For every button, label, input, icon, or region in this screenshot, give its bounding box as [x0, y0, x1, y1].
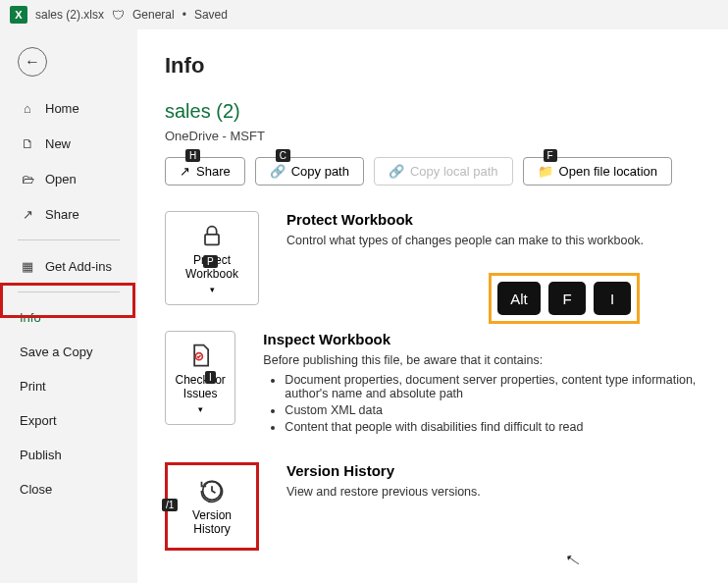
inspect-section: I Check for Issues ▾ Inspect Workbook Be…	[165, 331, 701, 437]
document-check-icon	[186, 342, 214, 369]
nav-new[interactable]: 🗋 New	[0, 126, 137, 161]
protect-workbook-button[interactable]: P Protect Workbook ▾	[165, 211, 259, 305]
section-desc: Control what types of changes people can…	[286, 234, 644, 247]
file-name: sales (2).xlsx	[35, 8, 104, 22]
link-icon: 🔗	[389, 164, 404, 179]
list-item: Document properties, document server pro…	[285, 373, 701, 400]
btn-label: Check for Issues	[172, 373, 229, 400]
new-icon: 🗋	[20, 135, 35, 151]
action-row: H ↗ Share C 🔗 Copy path 🔗 Copy local pat…	[165, 157, 701, 186]
section-desc: View and restore previous versions.	[286, 485, 481, 499]
nav-close[interactable]: Close	[0, 472, 137, 506]
btn-label: Version History	[174, 508, 250, 536]
nav-export[interactable]: Export	[0, 403, 137, 438]
nav-label: Save a Copy	[20, 344, 92, 359]
sidebar: ← ⌂ Home 🗋 New 🗁 Open ↗ Share ▦ Get Add-…	[0, 29, 137, 583]
nav-separator	[18, 239, 120, 240]
nav-label: Open	[45, 172, 77, 186]
key-f: F	[548, 282, 586, 315]
addins-icon: ▦	[20, 258, 35, 274]
save-status: Saved	[194, 8, 228, 22]
cursor-icon: ⭦	[564, 551, 583, 571]
keytip-overlay: Alt F I	[489, 273, 640, 324]
list-item: Custom XML data	[285, 403, 701, 417]
section-desc: Before publishing this file, be aware th…	[263, 353, 701, 367]
version-section: /1 Version History Version History View …	[165, 462, 701, 551]
nav-label: New	[45, 136, 71, 151]
svg-rect-0	[205, 235, 219, 245]
nav-label: Share	[45, 207, 79, 222]
nav-home[interactable]: ⌂ Home	[0, 90, 137, 126]
folder-icon: 📁	[538, 164, 553, 179]
section-heading: Version History	[286, 462, 481, 479]
document-name: sales (2)	[165, 100, 701, 123]
key-alt: Alt	[497, 282, 541, 315]
nav-share[interactable]: ↗ Share	[0, 196, 137, 232]
excel-icon: X	[10, 6, 27, 24]
inspect-list: Document properties, document server pro…	[285, 373, 701, 434]
btn-label: Open file location	[559, 164, 657, 179]
content: Info sales (2) OneDrive - MSFT H ↗ Share…	[137, 29, 728, 583]
dot: •	[182, 8, 186, 22]
list-item: Content that people with disabilities fi…	[285, 420, 701, 434]
copy-path-button[interactable]: C 🔗 Copy path	[255, 157, 364, 186]
link-icon: 🔗	[270, 164, 286, 179]
back-button[interactable]: ←	[18, 47, 47, 77]
nav-savecopy[interactable]: Save a Copy	[0, 335, 137, 369]
nav-label: Home	[45, 101, 79, 116]
highlight-version: /1 Version History	[165, 462, 259, 551]
history-icon	[198, 477, 226, 504]
protect-body: Protect Workbook Control what types of c…	[286, 211, 644, 247]
nav-label: Get Add-ins	[45, 259, 112, 274]
nav-label: Print	[20, 379, 46, 394]
open-icon: 🗁	[20, 171, 35, 186]
nav-print[interactable]: Print	[0, 369, 137, 403]
page-title: Info	[165, 53, 701, 79]
check-issues-button[interactable]: I Check for Issues ▾	[165, 331, 235, 425]
share-icon: ↗	[20, 206, 35, 222]
keytip: P	[203, 255, 218, 268]
open-file-location-button[interactable]: F 📁 Open file location	[523, 157, 672, 186]
nav-publish[interactable]: Publish	[0, 438, 137, 472]
version-history-button[interactable]: /1 Version History	[168, 465, 256, 548]
section-heading: Protect Workbook	[286, 211, 644, 228]
section-heading: Inspect Workbook	[263, 331, 701, 347]
main: ← ⌂ Home 🗋 New 🗁 Open ↗ Share ▦ Get Add-…	[0, 29, 728, 583]
key-i: I	[594, 282, 631, 315]
nav-label: Close	[20, 482, 52, 497]
nav-addins[interactable]: ▦ Get Add-ins	[0, 248, 137, 284]
inspect-body: Inspect Workbook Before publishing this …	[263, 331, 701, 437]
keytip: /1	[162, 499, 178, 511]
nav-open[interactable]: 🗁 Open	[0, 161, 137, 196]
keytip: H	[185, 149, 200, 162]
btn-label: Copy path	[291, 164, 349, 179]
lock-icon	[198, 222, 226, 249]
share-icon: ↗	[180, 164, 190, 179]
chevron-down-icon: ▾	[198, 404, 203, 414]
nav-label: Info	[20, 310, 41, 325]
copy-local-path-button: 🔗 Copy local path	[374, 157, 513, 186]
share-button[interactable]: H ↗ Share	[165, 157, 245, 186]
btn-label: Share	[196, 164, 231, 179]
version-body: Version History View and restore previou…	[286, 462, 481, 499]
sensitivity-label: General	[132, 8, 175, 22]
nav-info[interactable]: Info	[0, 300, 137, 335]
shield-icon: 🛡	[112, 8, 125, 23]
nav-label: Publish	[20, 448, 62, 462]
btn-label: Copy local path	[410, 164, 498, 179]
nav-label: Export	[20, 413, 57, 428]
titlebar: X sales (2).xlsx 🛡 General • Saved	[0, 0, 728, 29]
keytip: F	[544, 149, 557, 162]
document-location: OneDrive - MSFT	[165, 129, 701, 143]
nav-separator	[18, 292, 120, 292]
keytip: C	[276, 149, 290, 162]
home-icon: ⌂	[20, 100, 35, 116]
keytip: I	[205, 371, 216, 384]
chevron-down-icon: ▾	[210, 285, 215, 294]
